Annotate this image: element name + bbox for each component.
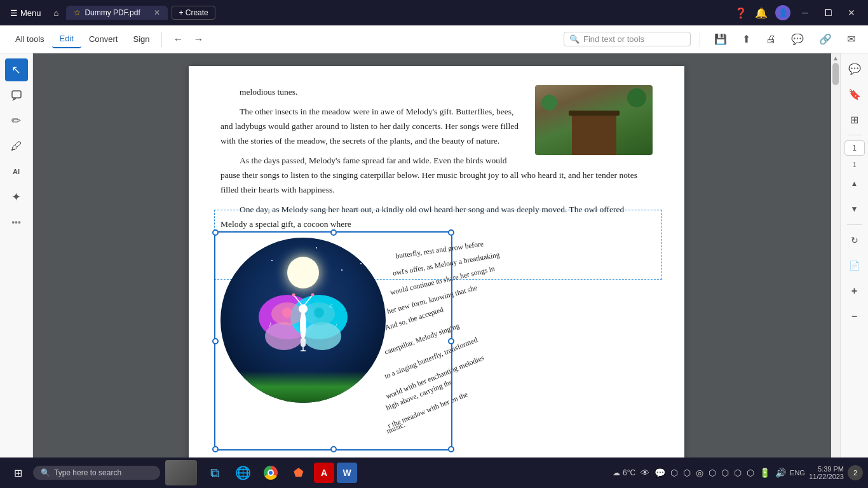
start-icon: ⊞ (14, 467, 22, 479)
right-grid-button[interactable]: ⊞ (844, 109, 865, 130)
back-button[interactable]: ← (170, 31, 187, 48)
app-icon5[interactable]: ⬡ (733, 466, 743, 479)
butterfly-bg: ♪ ♫ ♪ (220, 238, 386, 403)
start-button[interactable]: ⊞ (5, 460, 31, 485)
sign-tab[interactable]: Sign (125, 30, 157, 48)
right-comment-button[interactable]: 💬 (844, 58, 865, 79)
edit-tab[interactable]: Edit (52, 30, 81, 48)
scroll-thumb[interactable] (832, 63, 839, 85)
ai-tool[interactable]: AI (5, 160, 28, 183)
comment-tool[interactable] (5, 84, 28, 107)
chrome-icon (264, 466, 278, 480)
draw-tool[interactable]: ✏ (5, 109, 28, 132)
chrome-center (268, 470, 274, 476)
mail-button[interactable]: ✉ (842, 30, 860, 48)
link-button[interactable]: 🔗 (814, 30, 837, 48)
app-icon4[interactable]: ⬡ (720, 466, 730, 479)
eye-icon[interactable]: 👁 (639, 466, 651, 479)
taskbar-taskview[interactable]: ⧉ (202, 460, 227, 485)
taskbar-search-text: Type here to search (54, 468, 121, 477)
tab-close-button[interactable]: ✕ (154, 8, 160, 17)
taskbar-word[interactable]: W (337, 463, 357, 483)
scroll-down-button[interactable]: ▼ (844, 199, 865, 219)
butterfly-svg: ♪ ♫ ♪ (252, 276, 354, 365)
battery-icon[interactable]: 🔋 (758, 466, 771, 479)
refresh-button[interactable]: ↻ (844, 230, 865, 250)
app-icon1[interactable]: ⬡ (682, 466, 692, 479)
app-icon2[interactable]: ◎ (695, 466, 705, 479)
home-button[interactable]: ⌂ (50, 6, 63, 20)
create-button[interactable]: + Create (172, 6, 215, 20)
sign-tool[interactable]: 🖊 (5, 135, 28, 158)
tools-panel: ↖ ✏ 🖊 AI ✦ ••• (0, 53, 33, 458)
comment-tool-icon (11, 90, 22, 101)
more-tools[interactable]: ••• (5, 211, 28, 234)
app-icon3[interactable]: ⬡ (707, 466, 717, 479)
alltools-tab[interactable]: All tools (8, 30, 52, 48)
para-insects: The other insects in the meadow were in … (220, 105, 653, 149)
toolbar-navigation: ← → (170, 31, 208, 48)
edit-label: Edit (60, 34, 74, 43)
find-placeholder: Find text or tools (583, 34, 644, 44)
forward-button[interactable]: → (190, 31, 208, 48)
handle-topleft[interactable] (212, 229, 219, 236)
weather-temp: 6°C (623, 468, 635, 477)
taskbar-search[interactable]: 🔍 Type here to search (33, 466, 160, 480)
pages-button[interactable]: 📄 (844, 255, 865, 276)
para-melodious: melodious tunes. (220, 85, 653, 100)
taskbar-clock[interactable]: 5:39 PM 11/22/2023 (809, 465, 844, 480)
sign-label: Sign (133, 34, 149, 44)
bluetooth-icon[interactable]: ⬡ (669, 466, 679, 479)
taskbar-chrome[interactable] (258, 460, 283, 485)
taskbar-thumbnail[interactable] (165, 460, 197, 485)
taskbar-app5[interactable]: ⬟ (286, 460, 311, 485)
scroll-up-button[interactable]: ▲ (844, 173, 865, 194)
taskbar-edge[interactable]: 🌐 (230, 460, 255, 485)
chat-icon[interactable]: 💬 (653, 466, 667, 479)
handle-bottomcenter[interactable] (330, 446, 337, 452)
scrollbar-track[interactable]: ▲ (831, 53, 840, 458)
handle-bottomleft[interactable] (212, 446, 219, 452)
taskbar-acrobat[interactable]: A (314, 463, 334, 483)
maximize-button[interactable]: ⧠ (816, 5, 840, 20)
zoomin-button[interactable]: + (844, 281, 865, 301)
right-bookmark-button[interactable]: 🔖 (844, 84, 865, 104)
help-icon[interactable]: ❓ (735, 7, 747, 19)
content-row: ♪ ♫ ♪ butterfly, rest and gr (220, 238, 653, 416)
para-days: As the days passed, Melody's fame spread… (220, 154, 653, 198)
weather-widget[interactable]: ☁ 6°C (613, 468, 635, 477)
alltools-label: All tools (15, 34, 44, 44)
save-button[interactable]: 💾 (709, 30, 732, 48)
find-bar[interactable]: 🔍 Find text or tools (564, 32, 691, 46)
pdf-area[interactable]: ▲ melodious tunes. The other insects in … (33, 53, 840, 458)
menu-button[interactable]: ☰ Menu (5, 6, 46, 20)
minimize-button[interactable]: ─ (794, 5, 816, 20)
bell-icon[interactable]: 🔔 (755, 7, 768, 19)
close-button[interactable]: ✕ (840, 5, 863, 20)
pdf-text-content: melodious tunes. The other insects in th… (220, 85, 653, 416)
pdf-page: melodious tunes. The other insects in th… (189, 66, 684, 458)
upload-button[interactable]: ⬆ (737, 30, 756, 48)
right-panel: 💬 🔖 ⊞ 1 1 ▲ ▼ ↻ 📄 + − (840, 53, 868, 458)
file-tab[interactable]: ☆ Dummy PDF.pdf ✕ (66, 6, 168, 20)
sys-icons: 👁 💬 ⬡ ⬡ ◎ ⬡ ⬡ ⬡ ⬡ 🔋 🔊 ENG (639, 466, 805, 479)
svg-point-8 (314, 308, 324, 318)
convert-tab[interactable]: Convert (81, 30, 126, 48)
app-icon6[interactable]: ⬡ (745, 466, 756, 479)
print-button[interactable]: 🖨 (761, 31, 781, 48)
scroll-up-arrow[interactable]: ▲ (831, 53, 840, 62)
handle-middleleft[interactable] (212, 338, 219, 344)
taskbar-right: ☁ 6°C 👁 💬 ⬡ ⬡ ◎ ⬡ ⬡ ⬡ ⬡ 🔋 🔊 ENG 5:39 PM … (613, 465, 863, 480)
select-tool[interactable]: ↖ (5, 58, 28, 81)
title-bar: ☰ Menu ⌂ ☆ Dummy PDF.pdf ✕ + Create ❓ 🔔 … (0, 0, 868, 25)
comment-toolbar-button[interactable]: 💬 (786, 30, 809, 48)
tab-filename: Dummy PDF.pdf (85, 8, 140, 17)
toolbar-right: 🔍 Find text or tools 💾 ⬆ 🖨 💬 🔗 ✉ (564, 30, 860, 48)
zoomout-button[interactable]: − (844, 306, 865, 327)
stamp-tool[interactable]: ✦ (5, 186, 28, 208)
avatar-icon[interactable]: 👤 (775, 5, 790, 20)
notification-badge[interactable]: 2 (848, 465, 863, 480)
right-separator (847, 135, 862, 135)
volume-icon[interactable]: 🔊 (774, 466, 787, 479)
handle-bottomright[interactable] (448, 446, 454, 452)
